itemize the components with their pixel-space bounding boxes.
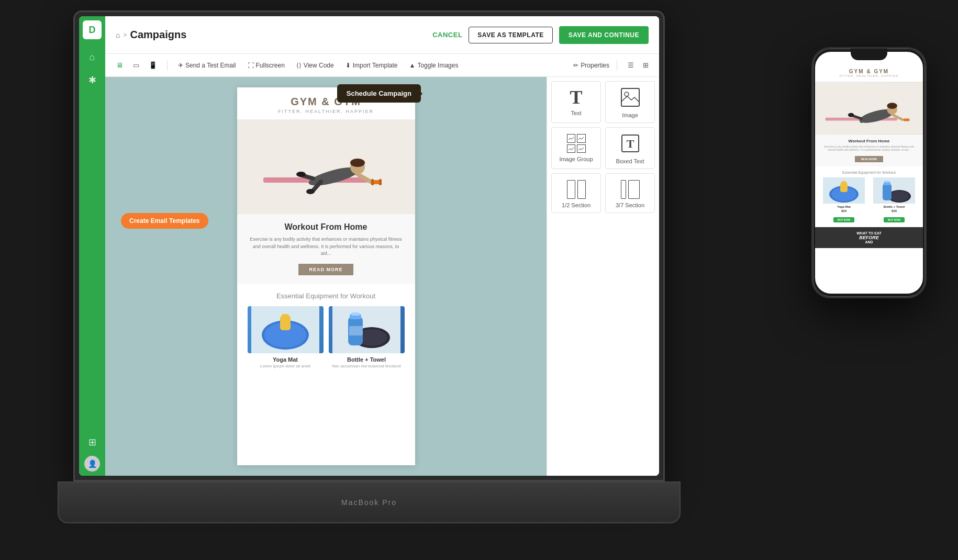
view-toggle: ☰ ⊞ <box>625 59 652 72</box>
grid-view-button[interactable]: ⊞ <box>639 59 652 72</box>
hero-svg <box>237 120 415 214</box>
phone-mockup: GYM & GYM FITTER, HEALTHIER, HAPPIER <box>811 47 927 298</box>
laptop-screen: D ⌂ ✱ ⊞ 👤 ⌂ > Campaigns <box>79 16 659 476</box>
toggle-icon: ▲ <box>409 62 416 69</box>
phone-workout-title: Workout From Home <box>820 139 918 143</box>
equipment-title: Essential Equipment for Workout <box>248 292 405 300</box>
panel-block-37-section[interactable]: 3/7 Section <box>605 173 655 213</box>
main-content: ⌂ > Campaigns CANCEL SAVE AS TEMPLATE SA… <box>105 16 659 476</box>
laptop-brand-label: MacBook Pro <box>341 498 397 507</box>
toggle-images-button[interactable]: ▲ Toggle Images <box>406 60 462 71</box>
equipment-item-bottle-towel: Bottle + Towel Nec accumsan nisl euismod… <box>329 306 405 368</box>
breadcrumb: ⌂ > Campaigns <box>116 29 424 41</box>
fullscreen-button[interactable]: ⛶ Fullscreen <box>244 60 288 71</box>
equipment-item-yoga-mat: Yoga Mat Lorem ipsum dolor sit amet <box>248 306 324 368</box>
phone-bottle-towel-img <box>871 177 918 204</box>
sidebar-item-home[interactable]: ⌂ <box>82 47 103 68</box>
properties-button[interactable]: ✏ Properties <box>573 62 609 69</box>
phone-content: GYM & GYM FITTER, HEALTHIER, HAPPIER <box>815 52 923 294</box>
svg-point-15 <box>296 172 306 177</box>
half-section-block-label: 1/2 Section <box>562 202 591 208</box>
bottle-towel-name: Bottle + Towel <box>329 356 405 363</box>
svg-point-36 <box>887 103 897 109</box>
phone-brand-sub: FITTER, HEALTHIER, HAPPIER <box>819 74 919 77</box>
svg-point-29 <box>625 92 629 96</box>
image-block-icon <box>621 88 640 109</box>
scene: D ⌂ ✱ ⊞ 👤 ⌂ > Campaigns <box>0 0 958 560</box>
panel-block-half-section[interactable]: 1/2 Section <box>551 173 601 213</box>
right-panel: T Text <box>547 77 659 476</box>
phone-yoga-mat-name: Yoga Mat <box>820 205 867 208</box>
panel-block-image-group[interactable]: Image Group <box>551 127 601 169</box>
text-block-icon: T <box>570 88 582 107</box>
laptop: D ⌂ ✱ ⊞ 👤 ⌂ > Campaigns <box>73 10 665 523</box>
mobile-icon[interactable]: 📱 <box>146 59 160 72</box>
view-code-button[interactable]: ⟨⟩ View Code <box>293 60 337 71</box>
import-icon: ⬇ <box>346 62 351 69</box>
pencil-icon: ✏ <box>573 62 578 69</box>
phone-yoga-mat-price: $20 <box>820 209 867 212</box>
phone-buy-bottle-towel-button[interactable]: BUY NOW <box>884 217 905 222</box>
schedule-campaign-tooltip[interactable]: Schedule Campaign <box>337 84 421 103</box>
toolbar-right: ✏ Properties ☰ ⊞ <box>573 59 652 72</box>
header-actions: CANCEL SAVE AS TEMPLATE SAVE AND CONTINU… <box>432 26 649 44</box>
yoga-mat-name: Yoga Mat <box>248 356 324 363</box>
device-icons: 🖥 ▭ 📱 <box>113 59 160 72</box>
phone-what-eat-section: WHAT TO EAT BEFORE AND <box>815 227 923 248</box>
37-section-block-label: 3/7 Section <box>616 202 644 208</box>
email-hero-image <box>237 120 415 214</box>
header: ⌂ > Campaigns CANCEL SAVE AS TEMPLATE SA… <box>105 16 659 54</box>
bottle-towel-desc: Nec accumsan nisl euismod tincidunt <box>329 364 405 368</box>
svg-rect-26 <box>351 312 360 316</box>
phone-bottle-towel-item: Bottle + Towel $30 BUY NOW <box>871 177 918 223</box>
phone-workout-desc: Exercise is any bodily activity that enh… <box>820 145 918 151</box>
panel-block-boxed-text[interactable]: T Boxed Text <box>605 127 655 169</box>
phone-buy-yoga-mat-button[interactable]: BUY NOW <box>833 217 854 222</box>
svg-rect-50 <box>883 184 892 200</box>
phone-yoga-mat-item: Yoga Mat $20 BUY NOW <box>820 177 867 223</box>
page-title: Campaigns <box>130 29 186 41</box>
save-continue-button[interactable]: SAVE AND CONTINUE <box>559 26 649 44</box>
panel-block-image[interactable]: Image <box>605 81 655 123</box>
send-test-button[interactable]: ✈ Send a Test Email <box>175 60 239 71</box>
sidebar-logo: D <box>83 20 102 39</box>
text-block-label: Text <box>571 110 581 116</box>
phone-bottle-towel-name: Bottle + Towel <box>871 205 918 208</box>
read-more-button[interactable]: READ MORE <box>298 264 353 275</box>
save-template-button[interactable]: SAVE AS TEMPLATE <box>469 27 552 43</box>
boxed-text-block-icon: T <box>621 134 640 155</box>
list-view-button[interactable]: ☰ <box>625 59 637 72</box>
sidebar-avatar[interactable]: 👤 <box>84 456 100 472</box>
panel-block-text[interactable]: T Text <box>551 81 601 123</box>
svg-rect-2 <box>237 120 415 214</box>
boxed-text-block-label: Boxed Text <box>616 158 644 164</box>
toolbar-divider-1 <box>167 60 168 71</box>
create-email-templates-tooltip[interactable]: Create Email Templates <box>121 213 208 229</box>
toolbar: 🖥 ▭ 📱 ✈ Send a Test Email ⛶ Fullscreen <box>105 54 659 77</box>
yoga-mat-image <box>248 306 324 353</box>
tablet-icon[interactable]: ▭ <box>129 59 143 72</box>
svg-text:T: T <box>626 137 634 150</box>
fullscreen-icon: ⛶ <box>248 62 254 69</box>
svg-point-49 <box>890 191 909 201</box>
svg-rect-13 <box>371 179 374 185</box>
phone-read-more-button[interactable]: READ MORE <box>855 156 884 162</box>
equipment-grid: Yoga Mat Lorem ipsum dolor sit amet <box>248 306 405 368</box>
import-template-button[interactable]: ⬇ Import Template <box>342 60 401 71</box>
sidebar: D ⌂ ✱ ⊞ 👤 <box>79 16 105 476</box>
svg-rect-32 <box>815 83 923 134</box>
sidebar-item-campaigns[interactable]: ✱ <box>82 70 103 91</box>
cancel-button[interactable]: CANCEL <box>432 31 462 39</box>
phone-equipment-title: Essential Equipment for Workout <box>820 171 918 174</box>
home-icon: ⌂ <box>116 31 120 39</box>
phone-yoga-mat-img <box>820 177 867 204</box>
phone-screen: GYM & GYM FITTER, HEALTHIER, HAPPIER <box>815 52 923 294</box>
send-icon: ✈ <box>178 62 183 69</box>
sidebar-item-grid[interactable]: ⊞ <box>82 432 103 453</box>
svg-point-40 <box>848 113 854 117</box>
phone-workout-section: Workout From Home Exercise is any bodily… <box>815 135 923 166</box>
desktop-icon[interactable]: 🖥 <box>113 59 126 72</box>
svg-rect-27 <box>349 326 363 335</box>
email-canvas[interactable]: Schedule Campaign Create Email Templates <box>105 77 547 476</box>
laptop-base: MacBook Pro <box>58 481 681 523</box>
